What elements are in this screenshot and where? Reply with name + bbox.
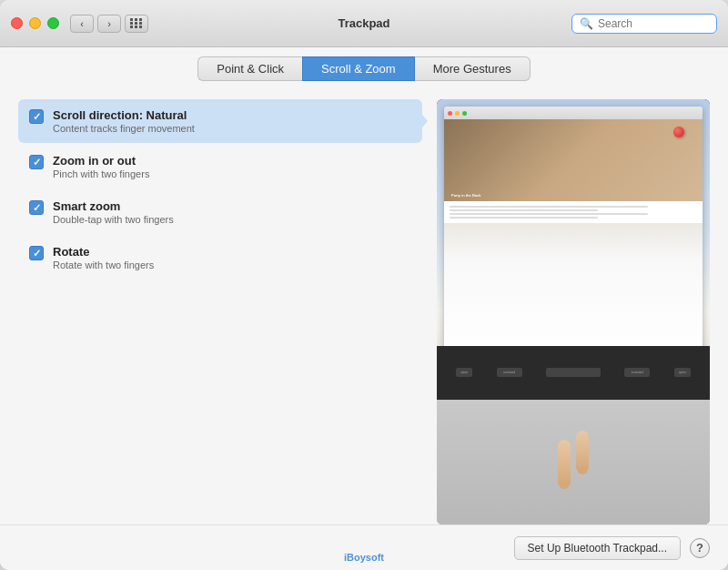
preview-kb-top: option command command option	[437, 346, 710, 400]
preview-banner: Party in the Back	[444, 119, 703, 201]
help-button[interactable]: ?	[690, 538, 710, 558]
preview-ball	[673, 127, 684, 137]
nav-buttons: ‹ ›	[70, 15, 121, 33]
option-zoom-in-out-text: Zoom in or out Pinch with two fingers	[53, 154, 149, 179]
preview-browser-bar	[444, 107, 703, 119]
options-list: ✓ Scroll direction: Natural Content trac…	[18, 99, 422, 524]
option-smart-zoom-title: Smart zoom	[53, 199, 174, 213]
chevron-left-icon: ‹	[80, 18, 84, 29]
tab-more-gestures[interactable]: More Gestures	[415, 56, 531, 81]
preview-finger-2	[576, 431, 589, 471]
preview-line	[450, 213, 648, 215]
search-box[interactable]: 🔍	[571, 14, 717, 34]
traffic-lights	[11, 17, 59, 29]
chevron-right-icon: ›	[107, 18, 111, 29]
option-smart-zoom[interactable]: ✓ Smart zoom Double-tap with two fingers	[18, 190, 422, 234]
tab-point-click[interactable]: Point & Click	[197, 56, 302, 81]
grid-view-button[interactable]	[125, 15, 148, 33]
option-scroll-direction-title: Scroll direction: Natural	[53, 108, 195, 122]
option-scroll-direction-text: Scroll direction: Natural Content tracks…	[53, 108, 195, 134]
preview-finger-1	[558, 440, 571, 485]
tab-scroll-zoom[interactable]: Scroll & Zoom	[302, 56, 415, 81]
preview-browser-content: Party in the Back	[444, 119, 703, 353]
option-scroll-direction[interactable]: ✓ Scroll direction: Natural Content trac…	[18, 99, 422, 143]
preview-line	[450, 217, 598, 219]
checkmark-icon: ✓	[33, 112, 41, 122]
checkbox-zoom-in-out[interactable]: ✓	[29, 155, 44, 169]
preview-keyboard: option command command option	[437, 346, 710, 524]
titlebar: ‹ › Trackpad 🔍	[0, 0, 728, 47]
preview-dot-red	[448, 111, 452, 116]
preview-trackpad	[437, 400, 710, 524]
iboysoft-text: iBoysoft	[344, 552, 384, 563]
window-title: Trackpad	[338, 16, 389, 30]
checkmark-icon: ✓	[33, 158, 41, 168]
preview-kb-key-option: option	[456, 368, 472, 377]
bottombar: Set Up Bluetooth Trackpad... ? iBoysoft	[0, 524, 728, 570]
back-button[interactable]: ‹	[70, 15, 94, 33]
preview-kb-spacebar	[546, 368, 601, 377]
checkbox-rotate[interactable]: ✓	[29, 246, 44, 260]
iboysoft-watermark: iBoysoft	[344, 552, 384, 563]
grid-icon	[130, 18, 143, 28]
option-rotate-desc: Rotate with two fingers	[53, 260, 154, 270]
close-button[interactable]	[11, 17, 23, 29]
preview-line	[450, 206, 648, 208]
preview-banner-text: Party in the Back	[451, 193, 480, 198]
maximize-button[interactable]	[47, 17, 59, 29]
checkmark-icon: ✓	[33, 203, 41, 213]
preview-dot-green	[462, 111, 467, 116]
preview-browser: Party in the Back	[444, 107, 703, 353]
content-area: ✓ Scroll direction: Natural Content trac…	[0, 92, 728, 524]
search-input[interactable]	[598, 17, 709, 30]
preview-fingers	[558, 431, 589, 485]
option-rotate-title: Rotate	[53, 245, 154, 259]
checkbox-smart-zoom[interactable]: ✓	[29, 200, 44, 215]
setup-bluetooth-button[interactable]: Set Up Bluetooth Trackpad...	[514, 536, 681, 560]
option-scroll-direction-desc: Content tracks finger movement	[53, 123, 195, 134]
preview-kb-key-option2: option	[674, 368, 691, 377]
forward-button[interactable]: ›	[97, 15, 121, 33]
minimize-button[interactable]	[29, 17, 41, 29]
preview-dot-yellow	[455, 111, 460, 116]
tabbar: Point & Click Scroll & Zoom More Gesture…	[0, 47, 728, 92]
option-zoom-in-out-title: Zoom in or out	[53, 154, 149, 168]
option-zoom-in-out-desc: Pinch with two fingers	[53, 168, 149, 179]
preview-text-area	[444, 201, 703, 223]
option-smart-zoom-desc: Double-tap with two fingers	[53, 214, 174, 225]
checkbox-scroll-direction[interactable]: ✓	[29, 109, 44, 124]
option-rotate-text: Rotate Rotate with two fingers	[53, 245, 154, 270]
window: ‹ › Trackpad 🔍 Point & Click Scroll & Zo…	[0, 0, 728, 570]
option-smart-zoom-text: Smart zoom Double-tap with two fingers	[53, 199, 174, 225]
preview-area: Party in the Back option co	[437, 99, 710, 524]
preview-kb-key-command: command	[497, 368, 522, 377]
preview-kb-key-command2: command	[624, 368, 650, 377]
preview-image: Party in the Back option co	[437, 99, 710, 524]
option-zoom-in-out[interactable]: ✓ Zoom in or out Pinch with two fingers	[18, 145, 422, 188]
option-rotate[interactable]: ✓ Rotate Rotate with two fingers	[18, 236, 422, 280]
preview-line	[450, 209, 598, 211]
checkmark-icon: ✓	[33, 249, 41, 259]
search-icon: 🔍	[580, 17, 593, 30]
